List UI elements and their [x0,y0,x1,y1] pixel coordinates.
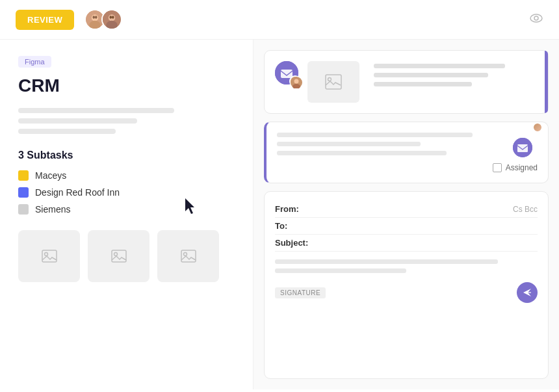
email-avatar-container [275,61,298,85]
corner-person-avatar [532,122,543,133]
image-grid [18,230,235,282]
svg-rect-26 [517,144,528,152]
svg-rect-23 [326,75,341,89]
svg-point-13 [44,253,47,256]
compose-subject-field[interactable]: Subject: [275,235,538,252]
subtask-label-redroof: Design Red Roof Inn [35,187,120,198]
avatar-2 [101,9,122,30]
review-button[interactable]: REVIEW [16,10,74,30]
bottom-lines [277,133,538,155]
compose-footer: SIGNATURE [275,282,538,303]
avatars-group [84,9,122,30]
compose-body-line-1 [275,259,498,264]
subtasks-title: 3 Subtasks [18,150,235,161]
email-card-content [275,61,538,103]
image-thumb-1[interactable] [18,230,80,282]
subtask-list: Maceys Design Red Roof Inn Siemens [18,170,235,215]
card-accent-right [545,51,548,113]
svg-point-9 [112,16,114,18]
subtask-icon-gray [18,204,29,215]
svg-point-8 [110,16,112,18]
svg-point-2 [90,21,101,30]
preview-line-2 [374,73,488,77]
subtask-icon-yellow [18,170,29,181]
desc-line-1 [18,108,174,113]
compose-body-line-2 [275,268,406,273]
bottom-line-2 [277,142,421,146]
top-bar: REVIEW [0,0,559,40]
bottom-line-1 [277,133,473,137]
svg-point-3 [93,16,96,18]
compose-to-field[interactable]: To: [275,218,538,235]
subtask-label-siemens: Siemens [35,204,70,215]
desc-line-3 [18,129,116,134]
compose-area: From: Cs Bcc To: Subject: SIGNATURE [264,191,549,379]
signature-badge: SIGNATURE [275,287,326,298]
email-preview-lines [374,61,538,91]
assigned-checkbox[interactable] [493,163,502,172]
figma-badge: Figma [18,56,51,68]
svg-point-24 [328,78,332,81]
compose-subject-label: Subject: [275,238,314,248]
email-preview-content [307,61,538,103]
svg-point-7 [107,21,118,30]
compose-to-label: To: [275,221,314,231]
svg-point-15 [114,253,117,256]
subtask-item-redroof[interactable]: Design Red Roof Inn [18,187,235,198]
svg-point-1 [92,14,99,21]
preview-line-3 [374,82,472,86]
compose-cc-bcc[interactable]: Cs Bcc [513,205,538,214]
subtask-label-maceys: Maceys [35,170,66,181]
assigned-label: Assigned [506,163,538,172]
main-content: Figma CRM 3 Subtasks Maceys Design Red R… [0,40,559,389]
right-panel: Assigned From: Cs Bcc T [254,40,559,389]
email-preview-image [307,61,359,103]
eye-icon[interactable] [529,11,543,28]
crm-title: CRM [18,75,235,96]
send-button[interactable] [517,282,538,303]
svg-point-4 [95,16,98,18]
left-panel: Figma CRM 3 Subtasks Maceys Design Red R… [0,40,254,389]
image-thumb-3[interactable] [157,230,219,282]
compose-from-label: From: [275,204,314,214]
compose-from-field[interactable]: From: Cs Bcc [275,201,538,218]
svg-point-10 [530,14,542,22]
svg-point-6 [109,14,116,21]
subtask-icon-blue [18,187,29,198]
desc-line-2 [18,118,137,124]
image-thumb-2[interactable] [88,230,150,282]
bottom-line-3 [277,151,447,155]
svg-rect-12 [42,250,57,262]
email-card-bottom: Assigned [264,122,549,183]
svg-point-11 [534,16,538,20]
svg-rect-14 [112,250,126,262]
assigned-row: Assigned [277,163,538,172]
email-card-top [264,50,549,114]
compose-body[interactable] [275,259,538,273]
top-bar-left: REVIEW [16,9,122,30]
email-avatar-person [289,75,301,87]
description-lines [18,108,235,134]
subtask-item-siemens[interactable]: Siemens [18,204,235,215]
svg-point-17 [183,253,187,256]
avatar-image-2 [103,10,121,29]
preview-line-1 [374,64,505,68]
svg-rect-16 [181,250,196,262]
svg-point-21 [294,79,299,84]
subtask-item-maceys[interactable]: Maceys [18,170,235,181]
corner-envelope-avatar [513,138,532,157]
